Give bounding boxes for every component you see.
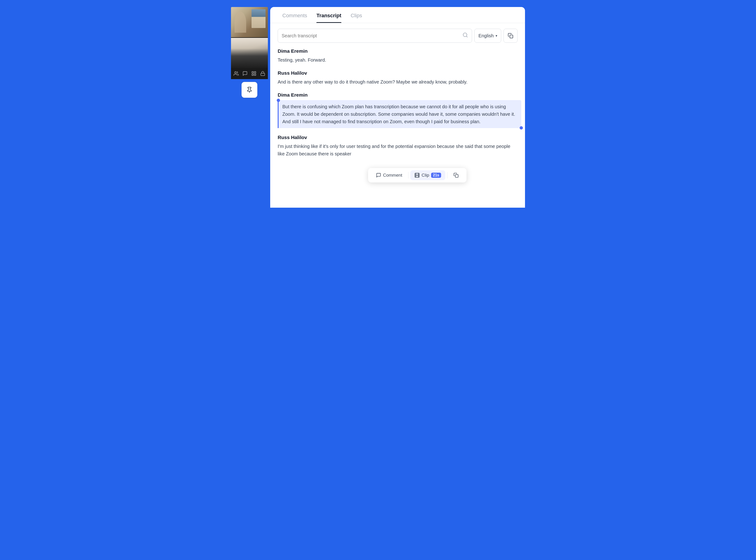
clip-action-button[interactable]: Clip 21s — [411, 170, 445, 180]
clip-button-label: Clip — [422, 173, 429, 178]
search-input-wrapper — [278, 29, 472, 43]
transcript-text-1: Testing, yeah. Forward. — [278, 56, 518, 64]
pin-button[interactable] — [241, 82, 257, 98]
transcript-entry-2: Russ Halilov And is there any other way … — [278, 70, 518, 86]
chat-icon[interactable] — [242, 71, 247, 77]
screen-wrapper: Comments Transcript Clips En — [231, 5, 525, 208]
highlight-handle-top[interactable] — [277, 99, 280, 102]
transcript-entry-1: Dima Eremin Testing, yeah. Forward. — [278, 48, 518, 64]
speaker-name-2: Russ Halilov — [278, 70, 518, 76]
speaker-name-3: Dima Eremin — [278, 92, 518, 98]
action-bar: Comment Clip 21s — [368, 168, 466, 182]
tabs-bar: Comments Transcript Clips — [270, 7, 525, 23]
language-selector[interactable]: English ▾ — [474, 29, 501, 43]
svg-rect-18 — [456, 175, 458, 177]
main-panel: Comments Transcript Clips En — [270, 7, 525, 208]
comment-button-label: Comment — [383, 173, 402, 178]
search-area: English ▾ — [270, 23, 525, 43]
copy-icon — [508, 33, 513, 39]
svg-line-8 — [466, 36, 467, 37]
tab-transcript[interactable]: Transcript — [312, 7, 346, 23]
clip-duration-badge: 21s — [431, 173, 441, 178]
search-icon — [462, 32, 468, 39]
svg-rect-1 — [252, 72, 253, 73]
svg-rect-5 — [261, 73, 265, 76]
pin-icon — [246, 86, 253, 93]
tab-clips[interactable]: Clips — [346, 7, 367, 23]
video-thumbnail-2[interactable] — [231, 38, 268, 68]
highlighted-text-block[interactable]: But there is confusing which Zoom plan h… — [278, 100, 521, 128]
users-icon[interactable] — [234, 71, 239, 77]
comment-bubble-icon — [376, 173, 381, 178]
transcript-text-3: But there is confusing which Zoom plan h… — [282, 103, 518, 125]
action-separator — [408, 172, 409, 179]
sidebar-controls — [231, 68, 268, 79]
transcript-entry-4: Russ Halilov I'm just thinking like if i… — [278, 135, 518, 158]
transcript-text-2: And is there any other way to do it thro… — [278, 78, 518, 86]
svg-rect-3 — [254, 74, 256, 75]
tab-comments[interactable]: Comments — [278, 7, 312, 23]
speaker-name-4: Russ Halilov — [278, 135, 518, 140]
transcript-content: Dima Eremin Testing, yeah. Forward. Russ… — [270, 43, 525, 169]
comment-action-button[interactable]: Comment — [372, 170, 406, 180]
pin-button-area — [231, 82, 268, 98]
video-thumbnail-1[interactable] — [231, 7, 268, 37]
svg-rect-4 — [252, 74, 253, 75]
clip-icon — [415, 173, 420, 178]
grid-icon[interactable] — [251, 71, 256, 77]
speaker-name-1: Dima Eremin — [278, 48, 518, 54]
transcript-text-4: I'm just thinking like if it's only for … — [278, 143, 518, 158]
copy-button[interactable] — [503, 29, 518, 43]
highlight-handle-bottom[interactable] — [520, 126, 523, 129]
svg-point-0 — [235, 72, 236, 73]
lock-icon[interactable] — [260, 71, 265, 77]
chevron-down-icon: ▾ — [496, 34, 497, 38]
sidebar — [231, 7, 268, 208]
transcript-entry-3: Dima Eremin But there is confusing which… — [278, 92, 518, 128]
svg-rect-2 — [254, 72, 256, 73]
copy-action-button[interactable] — [449, 170, 463, 180]
svg-rect-9 — [510, 35, 513, 38]
copy-action-icon — [453, 173, 458, 178]
search-input[interactable] — [282, 33, 462, 39]
